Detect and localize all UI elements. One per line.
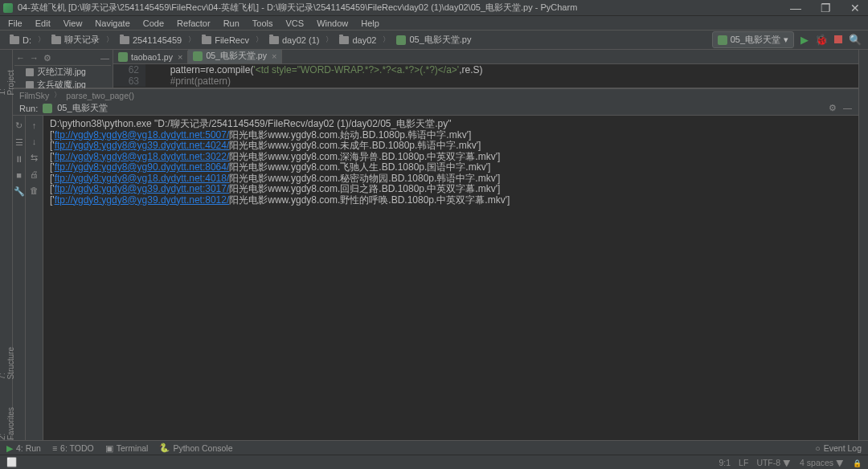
crumb[interactable]: day02 (336, 35, 379, 46)
run-button[interactable]: ▶ (800, 34, 809, 46)
status-icon[interactable]: ⬜ (6, 457, 17, 467)
python-icon (718, 35, 727, 45)
left-tool-strip: 1: Project 7: Structure 2: Favorites (0, 50, 13, 440)
code-line[interactable]: 63 #print(pattern) (113, 75, 858, 87)
tree-item[interactable]: 灭绝江湖.jpg (14, 66, 111, 79)
up-icon[interactable]: ↑ (32, 120, 37, 130)
close-icon[interactable]: × (178, 52, 182, 62)
crumb[interactable]: day02 (1) (266, 35, 322, 46)
minimize-icon[interactable]: — (100, 53, 109, 63)
tools-icon[interactable]: 🔧 (14, 186, 25, 197)
status-bar: ⬜ 9:1 LF UTF-8 ⯆ 4 spaces ⯆ (0, 455, 868, 469)
crumb-file[interactable]: 05_电影天堂.py (393, 33, 474, 47)
menu-run[interactable]: Run (219, 18, 244, 28)
path-breadcrumbs: D:〉 聊天记录〉 2541145459〉 FileRecv〉 day02 (1… (6, 33, 474, 47)
stop-icon[interactable]: ■ (16, 170, 22, 180)
file-tab[interactable]: taobao1.py× (113, 51, 188, 63)
rerun-icon[interactable]: ↻ (15, 120, 23, 131)
menu-view[interactable]: View (59, 18, 88, 28)
menu-bar: File Edit View Navigate Code Refactor Ru… (0, 16, 868, 31)
minimize-icon[interactable]: — (843, 103, 852, 113)
folder-icon (10, 36, 19, 44)
search-button[interactable]: 🔍 (849, 34, 862, 46)
menu-code[interactable]: Code (138, 18, 169, 28)
encoding[interactable]: UTF-8 ⯆ (756, 458, 792, 467)
line-separator[interactable]: LF (739, 458, 748, 467)
code-line[interactable]: 62 pattern=re.compile('<td style="WORD-W… (113, 64, 858, 75)
close-button[interactable]: ✕ (845, 2, 865, 14)
run-tab-name[interactable]: 05_电影天堂 (57, 102, 107, 114)
close-icon[interactable]: × (272, 51, 276, 61)
crumb[interactable]: 聊天记录 (48, 33, 103, 47)
menu-edit[interactable]: Edit (31, 18, 55, 28)
forward-icon[interactable]: → (30, 53, 39, 63)
sidebar-project[interactable]: 1: Project (0, 66, 15, 95)
folder-icon (269, 36, 279, 44)
console-line: ['ftp://ygdy8:ygdy8@yg18.dydytt.net:3022… (50, 152, 852, 163)
navigation-bar: D:〉 聊天记录〉 2541145459〉 FileRecv〉 day02 (1… (0, 31, 868, 50)
run-tool-strip-1: ↻ ☰ ⏸ ■ 🔧 (13, 116, 26, 440)
project-tree: ← → ⚙ — 灭绝江湖.jpg 玄兵破魔.jpg 它功赠佛.jpg (13, 50, 113, 88)
menu-navigate[interactable]: Navigate (90, 18, 134, 28)
bottom-event-log[interactable]: ○ Event Log (815, 443, 862, 453)
stop-button[interactable] (834, 34, 842, 46)
run-label: Run: (19, 104, 38, 113)
gear-icon[interactable]: ⚙ (829, 103, 837, 113)
sidebar-favorites[interactable]: 2: Favorites (0, 404, 15, 440)
console-line: ['ftp://ygdy8:ygdy8@yg39.dydytt.net:4024… (50, 141, 852, 152)
console-line: ['ftp://ygdy8:ygdy8@yg90.dydytt.net:8064… (50, 162, 852, 173)
back-icon[interactable]: ← (16, 53, 25, 63)
menu-file[interactable]: File (3, 18, 27, 28)
editor-panel: taobao1.py× 05_电影天堂.py× 62 pattern=re.co… (113, 50, 858, 88)
menu-refactor[interactable]: Refactor (172, 18, 215, 28)
down-icon[interactable]: ↓ (32, 137, 37, 146)
console-line: ['ftp://ygdy8:ygdy8@yg39.dydytt.net:8012… (50, 195, 852, 206)
chevron-down-icon: ▾ (784, 35, 788, 45)
bottom-todo[interactable]: ≡ 6: TODO (52, 442, 94, 453)
breadcrumb-method[interactable]: parse_two_page() (66, 91, 134, 100)
bottom-terminal[interactable]: ▣ Terminal (105, 442, 149, 453)
console-line: ['ftp://ygdy8:ygdy8@yg18.dydytt.net:5007… (50, 130, 852, 141)
python-icon (396, 35, 406, 45)
run-panel: Run: 05_电影天堂 ⚙ — ↻ ☰ ⏸ ■ 🔧 ↑ (13, 101, 858, 440)
image-icon (26, 68, 34, 76)
crumb[interactable]: 2541145459 (117, 35, 185, 46)
run-config-dropdown[interactable]: 05_电影天堂 ▾ (712, 31, 794, 48)
console-line: ['ftp://ygdy8:ygdy8@yg18.dydytt.net:4018… (50, 173, 852, 185)
crumb-drive[interactable]: D: (6, 35, 35, 46)
trash-icon[interactable]: 🗑 (30, 186, 39, 195)
console-line: D:\python38\python.exe "D:/聊天记录/25411454… (50, 119, 852, 130)
pause-icon[interactable]: ⏸ (14, 154, 23, 164)
folder-icon (339, 36, 349, 44)
run-tool-strip-2: ↑ ↓ ⇆ 🖨 🗑 (26, 116, 43, 440)
breadcrumb-class[interactable]: FilmSky (19, 91, 49, 100)
gear-icon[interactable]: ⚙ (43, 53, 51, 63)
folder-icon (51, 36, 61, 44)
console-line: ['ftp://ygdy8:ygdy8@yg39.dydytt.net:3017… (50, 184, 852, 195)
sidebar-structure[interactable]: 7: Structure (0, 344, 15, 380)
bottom-python-console[interactable]: 🐍 Python Console (159, 442, 232, 453)
menu-window[interactable]: Window (312, 18, 353, 28)
indent[interactable]: 4 spaces ⯆ (800, 458, 845, 467)
right-tool-strip (858, 50, 868, 440)
debug-button[interactable]: 🐞 (815, 34, 828, 46)
menu-vcs[interactable]: VCS (281, 18, 309, 28)
code-breadcrumb: FilmSky 〉 parse_two_page() (13, 88, 858, 101)
python-icon (43, 104, 52, 113)
folder-icon (120, 36, 129, 44)
menu-help[interactable]: Help (356, 18, 384, 28)
console-output[interactable]: D:\python38\python.exe "D:/聊天记录/25411454… (43, 116, 858, 440)
crumb[interactable]: FileRecv (199, 35, 252, 46)
minimize-button[interactable]: — (785, 2, 806, 14)
line-number: 63 (113, 75, 145, 87)
cursor-position[interactable]: 9:1 (719, 458, 731, 467)
file-tab[interactable]: 05_电影天堂.py× (188, 50, 282, 63)
print-icon[interactable]: 🖨 (30, 169, 39, 179)
app-icon (3, 3, 13, 13)
toggle-icon[interactable]: ☰ (15, 137, 23, 148)
wrap-icon[interactable]: ⇆ (31, 153, 38, 163)
menu-tools[interactable]: Tools (248, 18, 278, 28)
bottom-run[interactable]: ▶4: Run (6, 442, 41, 453)
maximize-button[interactable]: ❐ (816, 2, 836, 14)
lock-icon[interactable] (853, 458, 862, 467)
